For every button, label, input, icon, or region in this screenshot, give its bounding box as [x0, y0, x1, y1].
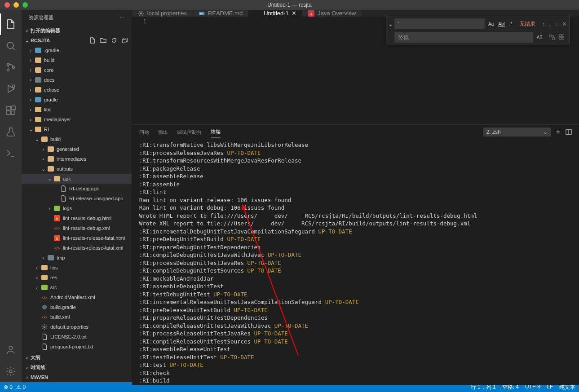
new-terminal-icon[interactable]: + — [556, 128, 560, 136]
section-project[interactable]: ⌄ RCSJTA — [22, 35, 132, 45]
minimize-window-icon[interactable] — [13, 2, 19, 8]
testing-icon[interactable] — [0, 121, 22, 143]
tree-item[interactable]: 5lint-results-release-fatal.html — [22, 233, 132, 243]
chevron-icon: ⌄ — [46, 176, 53, 182]
tree-item[interactable]: ⌄RI — [22, 124, 132, 134]
editor-tab[interactable]: M↓README.md — [193, 10, 248, 17]
tree-item[interactable]: ›docs — [22, 75, 132, 85]
svg-rect-30 — [562, 35, 564, 36]
tree-item[interactable]: 5lint-results-debug.html — [22, 213, 132, 223]
tree-item[interactable]: ›logs — [22, 203, 132, 213]
accounts-icon[interactable] — [0, 339, 22, 361]
tree-item[interactable]: </>lint-results-release-fatal.xml — [22, 243, 132, 253]
sidebar-header: 资源管理器 ⋯ — [22, 10, 132, 26]
match-word-icon[interactable]: Abl — [496, 20, 506, 28]
section-maven[interactable]: ›MAVEN — [22, 372, 132, 382]
tree-item-label: LICENSE-2.0.txt — [50, 334, 87, 339]
section-open-editors[interactable]: › 打开的编辑器 — [22, 26, 132, 35]
tree-item[interactable]: ›generated — [22, 144, 132, 154]
find-input[interactable] — [394, 18, 485, 29]
tree-item[interactable]: ›build — [22, 55, 132, 65]
tab-debug-console[interactable]: 调试控制台 — [177, 127, 202, 137]
editor-area: local.propertiesM↓README.mdUntitled-1✕JJ… — [132, 10, 579, 382]
window-controls — [0, 2, 28, 8]
tree-item[interactable]: RI-release-unsigned.apk — [22, 194, 132, 203]
status-warnings[interactable]: ⚠ 0 — [16, 384, 26, 390]
sidebar-more-icon[interactable]: ⋯ — [119, 15, 124, 21]
find-toggle-replace-icon[interactable]: ⌄ — [386, 17, 394, 31]
collapse-all-icon[interactable] — [122, 37, 128, 44]
tree-item-label: generated — [57, 146, 79, 152]
editor-tab[interactable]: Untitled-1✕ — [248, 10, 302, 17]
run-debug-icon[interactable] — [0, 78, 22, 100]
tree-item[interactable]: ›gradle — [22, 95, 132, 105]
tree-item[interactable]: ›core — [22, 65, 132, 75]
tree-item[interactable]: ›mediaplayer — [22, 115, 132, 124]
chevron-icon: › — [40, 255, 47, 260]
replace-one-icon[interactable] — [549, 34, 555, 40]
tree-item[interactable]: </>AndroidManifest.xml — [22, 292, 132, 302]
preserve-case-icon[interactable]: AB — [535, 34, 544, 41]
tab-close-icon[interactable]: ✕ — [292, 10, 296, 17]
regex-icon[interactable]: .* — [508, 20, 514, 28]
maximize-window-icon[interactable] — [22, 2, 28, 8]
tab-output[interactable]: 输出 — [158, 127, 168, 137]
find-selection-icon[interactable]: ≡ — [555, 21, 558, 27]
search-icon[interactable] — [0, 35, 22, 57]
terminal-selector[interactable]: 2: zsh⌄ — [483, 128, 551, 137]
split-terminal-icon[interactable] — [566, 129, 572, 135]
replace-all-icon[interactable] — [559, 34, 565, 40]
refresh-icon[interactable] — [111, 37, 117, 44]
tree-item[interactable]: LICENSE-2.0.txt — [22, 332, 132, 342]
file-type-icon — [40, 137, 49, 142]
tree-item[interactable]: ⌄outputs — [22, 164, 132, 174]
tree-item[interactable]: ›tmp — [22, 253, 132, 263]
find-next-icon[interactable]: ↓ — [548, 21, 552, 27]
chevron-icon: › — [33, 285, 40, 290]
file-tree[interactable]: ›.gradle›build›core›docs›eclipse›gradle›… — [22, 45, 132, 352]
find-prev-icon[interactable]: ↑ — [542, 21, 545, 27]
source-control-icon[interactable] — [0, 57, 22, 78]
tree-item[interactable]: proguard-project.txt — [22, 342, 132, 352]
tree-item[interactable]: ⌄build — [22, 134, 132, 144]
tree-item[interactable]: ⌄apk — [22, 174, 132, 184]
tree-item[interactable]: ›libs — [22, 105, 132, 115]
tree-item[interactable]: build.gradle — [22, 302, 132, 312]
find-close-icon[interactable]: ✕ — [562, 21, 567, 27]
tree-item-label: tmp — [57, 255, 65, 260]
tree-item[interactable]: ›.gradle — [22, 45, 132, 55]
tree-item[interactable]: </>lint-results-debug.xml — [22, 223, 132, 233]
file-type-icon — [34, 57, 42, 63]
tree-item[interactable]: ›intermediates — [22, 154, 132, 164]
explorer-icon[interactable] — [0, 13, 22, 35]
new-file-icon[interactable] — [89, 37, 96, 44]
match-case-icon[interactable]: Aa — [486, 20, 495, 28]
tree-item[interactable]: </>build.xml — [22, 312, 132, 322]
tree-item[interactable]: default.properties — [22, 322, 132, 332]
tree-item[interactable]: ›libs — [22, 263, 132, 273]
editor-tab[interactable]: JJava Overview — [302, 10, 362, 17]
status-errors[interactable]: ⊗ 0 — [4, 384, 13, 390]
replace-input[interactable] — [394, 32, 533, 43]
chevron-icon: › — [46, 206, 53, 211]
close-window-icon[interactable] — [4, 2, 10, 8]
remote-icon[interactable] — [0, 143, 22, 164]
tab-terminal[interactable]: 终端 — [211, 127, 221, 137]
editor-content[interactable]: ⌄ Aa Abl .* 无结果 ↑ ↓ ≡ ✕ — [155, 17, 579, 124]
new-folder-icon[interactable] — [100, 37, 106, 44]
svg-rect-27 — [550, 35, 552, 37]
settings-gear-icon[interactable] — [0, 361, 22, 382]
editor-body[interactable]: 1 ⌄ Aa Abl .* 无结果 ↑ ↓ — [132, 17, 579, 124]
terminal-output[interactable]: :RI:transformNative_libsWithMergeJniLibs… — [132, 139, 579, 385]
tree-item[interactable]: RI-debug.apk — [22, 184, 132, 194]
editor-tab[interactable]: local.properties — [132, 10, 193, 17]
svg-point-0 — [7, 42, 13, 48]
extensions-icon[interactable] — [0, 100, 22, 121]
section-timeline[interactable]: ›时间线 — [22, 362, 132, 372]
tree-item[interactable]: ›res — [22, 273, 132, 282]
section-outline[interactable]: ›大纲 — [22, 352, 132, 362]
tree-item[interactable]: ›eclipse — [22, 85, 132, 95]
tab-problems[interactable]: 问题 — [139, 127, 149, 137]
tree-item[interactable]: ›src — [22, 282, 132, 292]
svg-text:</>: </> — [42, 315, 48, 320]
